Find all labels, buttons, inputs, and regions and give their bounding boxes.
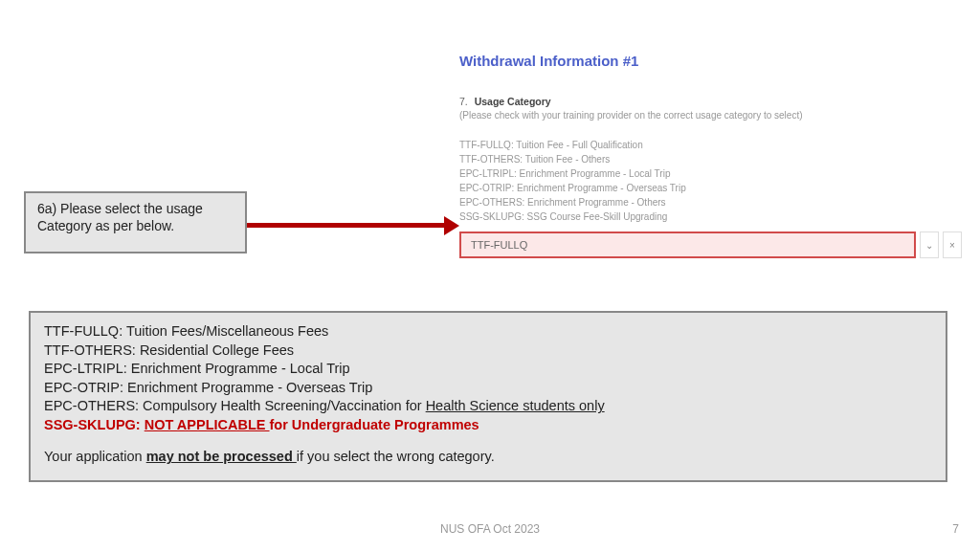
- option-item: EPC-OTRIP: Enrichment Programme - Overse…: [459, 181, 962, 195]
- info-warning-line: SSG-SKLUPG: NOT APPLICABLE for Undergrad…: [44, 416, 932, 435]
- instruction-callout: 6a) Please select the usage Category as …: [24, 191, 247, 253]
- info-line: Your application may not be processed if…: [44, 448, 932, 467]
- info-text: Your application: [44, 449, 146, 464]
- info-text: if you select the wrong category.: [297, 449, 495, 464]
- field-hint: (Please check with your training provide…: [459, 110, 962, 121]
- clear-button[interactable]: ×: [943, 231, 962, 258]
- info-underline: NOT APPLICABLE: [145, 417, 270, 432]
- field-label: 7. Usage Category: [459, 96, 962, 107]
- option-item: TTF-FULLQ: Tuition Fee - Full Qualificat…: [459, 138, 962, 152]
- info-line: TTF-FULLQ: Tuition Fees/Miscellaneous Fe…: [44, 322, 932, 342]
- info-underline: Health Science students only: [426, 398, 605, 413]
- info-underline: may not be processed: [146, 449, 297, 464]
- footer-text: NUS OFA Oct 2023: [0, 522, 980, 536]
- field-number: 7.: [459, 96, 468, 107]
- info-text: EPC-OTHERS: Compulsory Health Screening/…: [44, 398, 426, 413]
- field-name: Usage Category: [475, 96, 551, 107]
- option-item: TTF-OTHERS: Tuition Fee - Others: [459, 152, 962, 166]
- arrow-head-icon: [444, 216, 459, 235]
- info-line: EPC-LTRIPL: Enrichment Programme - Local…: [44, 360, 932, 379]
- callout-line: 6a) Please select the usage: [37, 201, 234, 218]
- chevron-down-icon: ⌄: [925, 240, 933, 251]
- dropdown-toggle[interactable]: ⌄: [920, 231, 939, 258]
- close-icon: ×: [949, 240, 955, 251]
- usage-category-select[interactable]: TTF-FULLQ: [459, 231, 916, 258]
- info-text: SSG-SKLUPG:: [44, 417, 145, 432]
- option-item: EPC-OTHERS: Enrichment Programme - Other…: [459, 195, 962, 209]
- arrow-annotation: [247, 220, 459, 231]
- info-line: EPC-OTHERS: Compulsory Health Screening/…: [44, 397, 932, 416]
- callout-line: Category as per below.: [37, 218, 234, 235]
- arrow-line: [247, 223, 446, 228]
- form-title: Withdrawal Information #1: [459, 53, 962, 69]
- option-item: EPC-LTRIPL: Enrichment Programme - Local…: [459, 166, 962, 181]
- info-text: for Undergraduate Programmes: [270, 417, 479, 432]
- spacer: [44, 434, 932, 448]
- page-number: 7: [952, 522, 959, 536]
- category-info-box: TTF-FULLQ: Tuition Fees/Miscellaneous Fe…: [29, 311, 947, 482]
- option-item: SSG-SKLUPG: SSG Course Fee-Skill Upgradi…: [459, 209, 962, 224]
- form-section: Withdrawal Information #1 7. Usage Categ…: [459, 53, 962, 258]
- option-list: TTF-FULLQ: Tuition Fee - Full Qualificat…: [459, 138, 962, 224]
- info-line: EPC-OTRIP: Enrichment Programme - Overse…: [44, 379, 932, 398]
- select-row: TTF-FULLQ ⌄ ×: [459, 231, 962, 258]
- info-line: TTF-OTHERS: Residential College Fees: [44, 342, 932, 361]
